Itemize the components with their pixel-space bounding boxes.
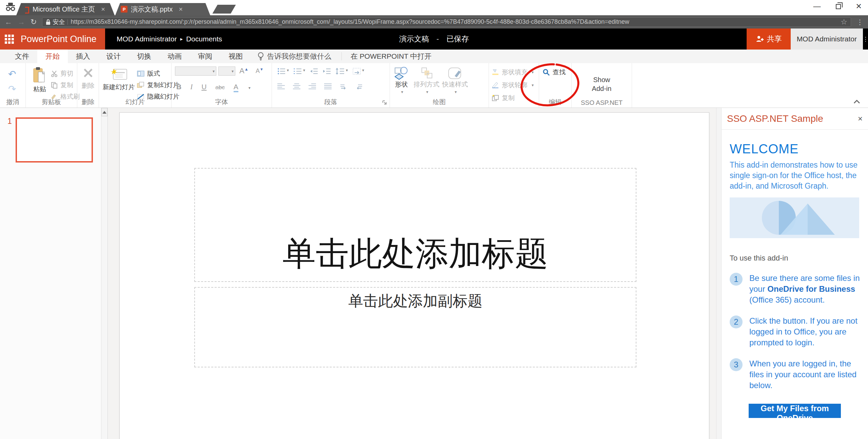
tab-view[interactable]: 视图 [220,50,251,63]
tab-file[interactable]: 文件 [7,50,37,63]
numbering-button[interactable]: ▾ [294,68,305,75]
slide-editing-surface[interactable]: 单击此处添加标题 单击此处添加副标题 [119,112,709,439]
step1-text-after: (Office 365) account. [749,295,825,304]
line-spacing-icon [336,68,344,75]
task-pane-body: WELCOME This add-in demonstrates how to … [722,130,868,418]
duplicate-slide-icon [137,82,144,89]
font-color-dropdown-icon[interactable]: ▾ [249,85,251,90]
tab-design[interactable]: 设计 [98,50,129,63]
tell-me-box[interactable]: 告诉我你想要做什么 [251,50,338,63]
get-files-button[interactable]: Get My Files from OneDrive [749,404,841,418]
group-label: 幻灯片 [99,98,171,107]
find-button[interactable]: 查找 [542,68,566,77]
canvas-scrollbar[interactable] [716,108,722,439]
duplicate-button[interactable]: 复制 [492,94,515,102]
breadcrumb-folder[interactable]: Documents [186,35,222,43]
group-delete: 删除 删除 [77,63,99,108]
group-sso-addin: Show Add-in SSO ASP.NET [572,63,632,108]
delete-button[interactable]: 删除 [77,68,99,90]
app-name[interactable]: PowerPoint Online [21,34,97,44]
quick-styles-button[interactable]: 快速样式 ▾ [441,66,469,94]
tab-insert[interactable]: 插入 [68,50,98,63]
line-spacing-button[interactable]: ▾ [336,68,348,75]
tab-title: Microsoft Office 主页 [33,5,95,14]
find-magnifier-icon [542,69,550,76]
title-placeholder[interactable]: 单击此处添加标题 [194,168,636,282]
arrange-dropdown-icon: ▾ [414,90,441,94]
window-restore-button[interactable] [836,4,841,9]
font-color-button[interactable]: A [234,83,238,92]
tab-title: 演示文稿.pptx [131,5,173,14]
header-more-icon[interactable]: ⋮ [863,28,868,50]
text-direction-button[interactable]: ▾ [353,68,364,75]
decrease-indent-icon[interactable] [310,68,318,75]
browser-tab-office-home[interactable]: Microsoft Office 主页 × [16,3,115,15]
share-button[interactable]: 共享 [747,28,791,50]
paste-button[interactable]: 粘贴 [30,67,50,94]
open-in-powerpoint-button[interactable]: 在 POWERPOINT 中打开 [345,50,437,63]
bookmark-star-icon[interactable]: ☆ [841,18,847,26]
breadcrumb-user[interactable]: MOD Administrator [117,35,177,43]
address-bar[interactable]: 安全 https://m365x810646-my.sharepoint.com… [42,17,851,27]
task-pane-close-icon[interactable]: × [858,114,863,123]
tab-home[interactable]: 开始 [37,50,68,63]
subtitle-placeholder[interactable]: 单击此处添加副标题 [194,287,636,367]
account-name[interactable]: MOD Administrator [791,28,863,50]
new-tab-button[interactable] [212,5,236,14]
align-left-icon[interactable] [277,83,285,90]
shape-fill-button[interactable]: 形状填充▾ [492,68,534,77]
align-right-icon[interactable] [309,83,316,90]
document-title[interactable]: 演示文稿 [399,34,429,44]
window-minimize-button[interactable]: — [813,2,821,11]
scroll-up-button[interactable] [101,108,107,116]
window-close-button[interactable]: ✕ [856,2,862,11]
rtl-text-icon[interactable] [355,83,363,90]
font-name-select[interactable]: ▾ [175,66,216,76]
copy-button[interactable]: 复制 [51,81,73,90]
layout-icon [137,71,144,77]
justify-icon[interactable] [324,83,332,90]
ltr-text-icon[interactable] [340,83,347,90]
arrange-button[interactable]: 排列方式 ▾ [412,66,441,94]
quick-styles-label: 快速样式 [441,80,469,89]
browser-tab-presentation[interactable]: P 演示文稿.pptx × [115,3,210,15]
undo-icon[interactable]: ↶ [8,69,16,80]
tab-review[interactable]: 审阅 [190,50,220,63]
bullets-button[interactable]: ▾ [277,68,289,75]
cut-button[interactable]: 剪切 [51,69,73,78]
underline-button[interactable]: U [201,83,206,91]
font-size-select[interactable]: ▾ [218,66,235,76]
thumbnail-scrollbar[interactable] [101,108,107,439]
strikethrough-button[interactable]: abc [215,84,224,91]
delete-x-icon [83,68,93,78]
show-addin-button[interactable]: Show Add-in [572,75,632,93]
grow-font-button[interactable]: A▲ [239,66,249,75]
security-indicator[interactable]: 安全 [46,18,65,26]
delete-label: 删除 [77,81,99,90]
tab-close-icon[interactable]: × [101,5,105,13]
slide-thumbnail-1[interactable] [16,117,93,163]
forward-button[interactable]: → [18,18,25,26]
align-center-icon[interactable] [293,83,300,90]
back-button[interactable]: ← [5,18,12,26]
app-launcher-waffle-icon[interactable] [5,35,14,44]
group-font: ▾ ▾ A▲ A▼ B I U abc A ▾ 字体 [172,63,272,108]
shape-outline-button[interactable]: 形状轮廓▾ [492,81,534,90]
tab-close-icon[interactable]: × [179,5,183,13]
shrink-font-button[interactable]: A▼ [256,67,263,75]
bold-button[interactable]: B [176,83,181,91]
tab-transitions[interactable]: 切换 [129,50,159,63]
italic-button[interactable]: I [190,83,193,91]
addin-task-pane: SSO ASP.NET Sample × WELCOME This add-in… [722,108,868,439]
browser-menu-icon[interactable]: ⋮ [856,18,863,26]
increase-indent-icon[interactable] [323,68,331,75]
layout-button[interactable]: 版式 [137,69,160,78]
step-number-badge: 3 [730,358,743,371]
new-slide-button[interactable]: 新建幻灯片 [102,67,136,92]
redo-icon[interactable]: ↷ [8,83,16,95]
group-paragraph: ▾ ▾ ▾ [272,63,390,108]
reload-button[interactable]: ↻ [31,18,37,26]
tab-animations[interactable]: 动画 [159,50,190,63]
collapse-ribbon-icon[interactable] [853,99,861,104]
shapes-button[interactable]: 形状 ▾ [392,66,411,94]
